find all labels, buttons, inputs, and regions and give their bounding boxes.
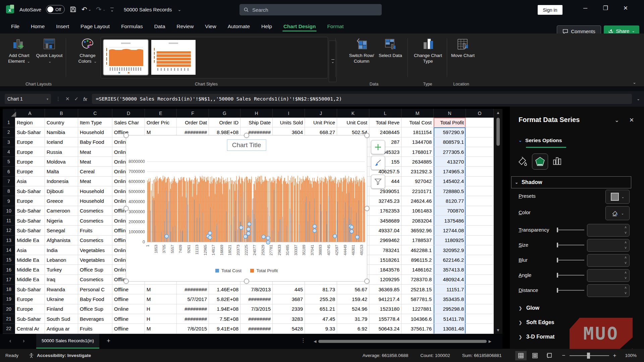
row-header-22[interactable]: 22 (3, 324, 15, 334)
change-chart-type-button[interactable]: Change Chart Type (412, 38, 444, 64)
column-header-N[interactable]: N (434, 109, 466, 118)
column-header-L[interactable]: L (369, 109, 401, 118)
grid-cell-C15[interactable]: Vegetables (78, 255, 112, 265)
expand-formula-bar-icon[interactable]: ⌄ (637, 97, 640, 101)
grid-cell-K18[interactable]: 56.67 (337, 285, 369, 294)
grid-cell-K22[interactable]: 6.92 (337, 324, 369, 334)
grid-cell-L10[interactable]: 1762353 (369, 206, 401, 216)
chart-selection-handle[interactable] (244, 279, 249, 284)
grid-cell-M19[interactable]: 587781.5 (401, 294, 434, 304)
grid-cell-B15[interactable]: Lebanon (45, 255, 78, 265)
grid-cell-A16[interactable]: Middle Ea (15, 265, 45, 275)
grid-cell-I1[interactable]: Units Sold (273, 118, 305, 127)
grid-cell-A15[interactable]: Middle Ea (15, 255, 45, 265)
grid-cell-N4[interactable]: 277305.6 (434, 147, 466, 157)
grid-cell-M21[interactable]: 104366.6 (401, 314, 434, 324)
grid-cell-M20[interactable]: 1227881 (401, 304, 434, 314)
grid-cell-N21[interactable]: 51411.78 (434, 314, 466, 324)
grid-cell-M6[interactable]: 231292.3 (401, 167, 434, 176)
redo-button[interactable]: ↷⌄ (96, 5, 106, 13)
grid-cell-B2[interactable]: Namibia (45, 127, 78, 137)
grid-cell-D20[interactable]: Online (112, 304, 145, 314)
grid-cell-M3[interactable]: 1344708 (401, 137, 434, 147)
grid-cell-A7[interactable]: Asia (15, 177, 45, 186)
column-header-M[interactable]: M (401, 109, 434, 118)
grid-cell-H21[interactable]: ######## (240, 314, 273, 324)
grid-cell-C12[interactable]: Fruits (78, 226, 112, 235)
grid-cell-D19[interactable]: Offline (112, 294, 145, 304)
fill-line-tab[interactable] (515, 154, 530, 169)
grid-cell-A11[interactable]: Sub-Sahar (15, 216, 45, 226)
grid-cell-H18[interactable]: 7/8/2013 (240, 285, 273, 294)
grid-cell-O3[interactable] (466, 137, 494, 147)
grid-cell-C11[interactable]: Cosmetics (78, 216, 112, 226)
close-button[interactable]: ✕ (621, 5, 631, 12)
grid-cell-C9[interactable]: Household (78, 196, 112, 206)
grid-cell-B3[interactable]: Iceland (45, 137, 78, 147)
grid-cell-M11[interactable]: 2083204 (401, 216, 434, 226)
row-header-21[interactable]: 21 (3, 314, 15, 324)
grid-cell-B21[interactable]: South Sud (45, 314, 78, 324)
row-header-16[interactable]: 16 (3, 265, 15, 275)
row-header-15[interactable]: 15 (3, 255, 15, 265)
grid-cell-J22[interactable]: 9.33 (305, 324, 337, 334)
chart-elements-button[interactable] (371, 140, 385, 154)
menu-tab-data[interactable]: Data (150, 21, 170, 32)
blur-spinner[interactable]: ˄˅ (587, 254, 630, 267)
grid-cell-N16[interactable]: 357413.8 (434, 265, 466, 275)
blur-slider[interactable] (557, 260, 584, 260)
chart-selection-handle[interactable] (365, 133, 370, 138)
grid-cell-L17[interactable]: 1209295 (369, 275, 401, 285)
panel-collapse-icon[interactable]: ⌄ (614, 117, 619, 124)
menu-tab-review[interactable]: Review (172, 21, 198, 32)
grid-cell-N1[interactable]: Total Profit (434, 118, 466, 127)
undo-button[interactable]: ↶⌄ (82, 5, 91, 13)
chart-style-thumbnail-2[interactable] (151, 40, 196, 75)
grid-cell-L1[interactable]: Total Reve (369, 118, 401, 127)
grid-cell-O11[interactable] (466, 216, 494, 226)
grid-cell-N5[interactable]: 413270 (434, 157, 466, 167)
grid-cell-M17[interactable]: 728370.8 (401, 275, 434, 285)
grid-cell-L12[interactable]: 49337.04 (369, 226, 401, 235)
grid-cell-M22[interactable]: 37561.76 (401, 324, 434, 334)
vertical-scrollbar-thumb[interactable] (496, 118, 500, 146)
chart-style-thumbnail-1[interactable] (104, 40, 148, 75)
menu-tab-file[interactable]: File (7, 21, 24, 32)
grid-cell-A20[interactable]: Europe (15, 304, 45, 314)
chart-selection-handle[interactable] (124, 206, 129, 211)
chart-selection-handle[interactable] (365, 206, 370, 211)
grid-cell-B19[interactable]: Ukraine (45, 294, 78, 304)
grid-cell-F20[interactable]: ######## (177, 304, 209, 314)
grid-cell-G22[interactable]: 9.41E+08 (209, 324, 240, 334)
distance-spinner[interactable]: ˄˅ (587, 284, 630, 297)
move-chart-button[interactable]: Move Chart (451, 38, 475, 59)
grid-cell-B10[interactable]: Cameroon (45, 206, 78, 216)
grid-cell-E1[interactable]: Order Pric (145, 118, 177, 127)
grid-cell-A13[interactable]: Middle Ea (15, 236, 45, 245)
chart-selection-handle[interactable] (244, 133, 249, 138)
grid-cell-F21[interactable]: ######## (177, 314, 209, 324)
shadow-color-dropdown[interactable]: ⌄ (605, 206, 630, 220)
select-data-button[interactable]: Select Data (378, 38, 402, 59)
transparency-spinner[interactable]: ˄˅ (587, 224, 630, 237)
row-header-7[interactable]: 7 (3, 177, 15, 186)
row-header-12[interactable]: 12 (3, 226, 15, 235)
grid-cell-A5[interactable]: Europe (15, 157, 45, 167)
grid-cell-M7[interactable]: 927042 (401, 177, 434, 186)
grid-cell-F19[interactable]: 5/7/2017 (177, 294, 209, 304)
grid-cell-D1[interactable]: Sales Char (112, 118, 145, 127)
section-glow[interactable]: ❯Glow (519, 305, 539, 311)
grid-cell-A17[interactable]: Middle Ea (15, 275, 45, 285)
grid-cell-L19[interactable]: 941217.4 (369, 294, 401, 304)
grid-cell-H1[interactable]: Ship Date (240, 118, 273, 127)
menu-tab-formulas[interactable]: Formulas (117, 21, 147, 32)
grid-cell-C16[interactable]: Office Sup (78, 265, 112, 275)
grid-cell-A2[interactable]: Sub-Sahar (15, 127, 45, 137)
menu-tab-insert[interactable]: Insert (52, 21, 73, 32)
transparency-slider[interactable] (557, 230, 584, 230)
chart-styles-button[interactable] (371, 156, 385, 170)
grid-cell-L13[interactable]: 2969462 (369, 236, 401, 245)
row-header-8[interactable]: 8 (3, 186, 15, 196)
grid-cell-B17[interactable]: Iraq (45, 275, 78, 285)
active-sheet-tab[interactable]: 50000 Sales Records1(in) (36, 334, 99, 349)
